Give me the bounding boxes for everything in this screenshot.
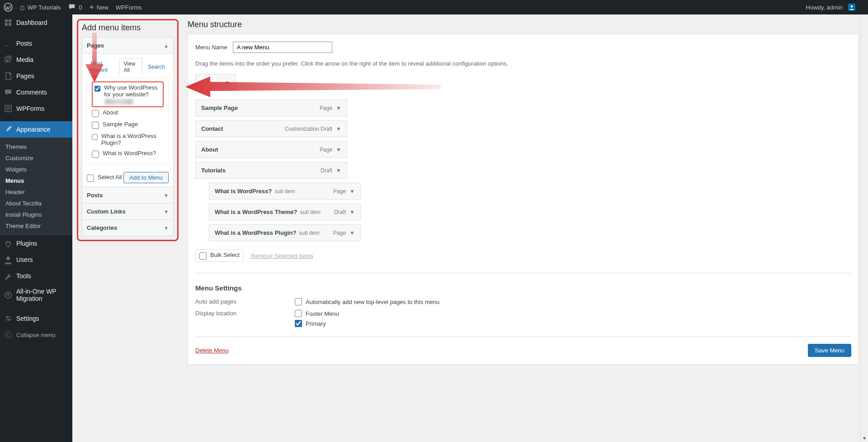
site-title-link[interactable]: WP Tutorials — [16, 0, 64, 14]
chevron-down-icon[interactable]: ▼ — [349, 230, 355, 236]
add-to-menu-button[interactable]: Add to Menu — [123, 172, 169, 183]
page-label: What is a WordPress Plugin? — [101, 133, 164, 146]
select-all-row[interactable]: Select All — [87, 174, 122, 182]
svg-point-3 — [6, 257, 10, 260]
submenu-about-teczilla[interactable]: About Teczilla — [0, 198, 72, 209]
browser-scrollbar[interactable]: ▲ ▼ — [860, 0, 868, 442]
menu-name-input[interactable] — [233, 42, 332, 53]
tab-search[interactable]: Search — [144, 62, 169, 72]
submenu-customize[interactable]: Customize — [0, 152, 72, 164]
accordion-posts-header[interactable]: Posts ▼ — [82, 187, 173, 203]
sidebar-item-label: All-in-One WP Migration — [16, 288, 69, 302]
instructions-text: Drag the items into the order you prefer… — [195, 60, 851, 67]
new-content-link[interactable]: New — [86, 0, 112, 14]
page-label: What is WordPress? — [103, 150, 156, 157]
accordion-custom-links-header[interactable]: Custom Links ▼ — [82, 203, 173, 219]
accordion-categories-label: Categories — [87, 224, 117, 231]
comments-icon — [4, 88, 13, 97]
page-checkbox-row[interactable]: What is a WordPress Plugin? — [92, 131, 164, 148]
save-menu-button[interactable]: Save Menu — [808, 344, 851, 357]
submenu-widgets[interactable]: Widgets — [0, 164, 72, 175]
location-checkbox-row[interactable]: Footer Menu — [295, 310, 339, 317]
auto-add-checkbox-label: Automatically add new top-level pages to… — [306, 299, 439, 305]
page-checkbox-row[interactable]: Sample Page — [92, 119, 164, 131]
bulk-select-checkbox[interactable] — [199, 252, 207, 260]
sidebar-item-tools[interactable]: Tools — [0, 268, 72, 284]
chevron-down-icon[interactable]: ▼ — [336, 147, 341, 153]
wpforms-link[interactable]: WPForms — [112, 0, 146, 14]
add-menu-items-heading: Add menu items — [82, 23, 174, 33]
comments-link[interactable]: 0 — [64, 0, 85, 14]
menu-settings-heading: Menu Settings — [195, 284, 851, 292]
sidebar-item-settings[interactable]: Settings — [0, 310, 72, 327]
sidebar-collapse[interactable]: Collapse menu — [0, 327, 72, 343]
wp-logo[interactable] — [0, 0, 16, 14]
sidebar-item-dashboard[interactable]: Dashboard — [0, 14, 72, 31]
page-checkbox-row[interactable]: About — [92, 107, 164, 119]
location-footer-checkbox[interactable] — [295, 310, 302, 317]
menu-item[interactable]: About Page▼ — [195, 141, 347, 158]
sidebar-item-plugins[interactable]: Plugins — [0, 235, 72, 252]
sidebar-item-wpforms[interactable]: WPForms — [0, 100, 72, 117]
howdy-label: Howdy, admin — [806, 4, 843, 11]
tab-view-all[interactable]: View All — [119, 58, 142, 76]
submenu-header[interactable]: Header — [0, 186, 72, 198]
chevron-down-icon[interactable]: ▼ — [336, 126, 341, 132]
menu-sub-item[interactable]: What is a WordPress Plugin? sub item Pag… — [209, 224, 361, 241]
sidebar-item-appearance[interactable]: Appearance — [0, 121, 72, 138]
wrench-icon — [4, 271, 13, 280]
sidebar-item-label: Plugins — [16, 240, 37, 247]
sidebar-item-migration[interactable]: All-in-One WP Migration — [0, 284, 72, 306]
page-checkbox[interactable] — [92, 110, 99, 117]
menu-sub-item[interactable]: What is WordPress? sub item Page▼ — [209, 183, 361, 200]
chevron-down-icon[interactable]: ▼ — [336, 105, 341, 111]
submenu-install-plugins[interactable]: Install Plugins — [0, 209, 72, 220]
menu-item[interactable]: Sample Page Page▼ — [195, 100, 347, 116]
auto-add-checkbox-row[interactable]: Automatically add new top-level pages to… — [295, 298, 439, 305]
location-primary-checkbox[interactable] — [295, 320, 302, 327]
auto-add-pages-label: Auto add pages — [195, 298, 295, 305]
menu-item-title: What is WordPress? sub item — [215, 188, 295, 195]
menu-settings: Menu Settings Auto add pages Automatical… — [195, 284, 851, 327]
menu-item-type: Draft — [321, 167, 332, 174]
migration-icon — [4, 290, 13, 299]
chevron-down-icon[interactable]: ▼ — [349, 188, 355, 195]
plus-icon — [90, 3, 94, 12]
bulk-select-row[interactable]: Bulk Select — [195, 249, 244, 262]
delete-menu-link[interactable]: Delete Menu — [195, 347, 229, 354]
new-label: New — [97, 4, 108, 11]
page-checkbox[interactable] — [92, 151, 99, 158]
select-all-checkbox[interactable] — [87, 175, 94, 182]
sidebar-item-posts[interactable]: Posts — [0, 35, 72, 52]
sidebar-item-media[interactable]: Media — [0, 52, 72, 68]
sidebar-item-comments[interactable]: Comments — [0, 84, 72, 100]
blurred-text — [105, 99, 133, 105]
submenu-menus[interactable]: Menus — [0, 175, 72, 186]
menu-item-title: Contact — [201, 125, 223, 132]
menu-item-title: Tutorials — [201, 167, 226, 174]
admin-bar: WP Tutorials 0 New WPForms Howdy, admin — [0, 0, 868, 14]
appearance-submenu: Themes Customize Widgets Menus Header Ab… — [0, 138, 72, 235]
menu-item[interactable]: Tutorials Draft▼ — [195, 162, 347, 179]
chevron-down-icon[interactable]: ▼ — [349, 209, 355, 215]
accordion-categories-header[interactable]: Categories ▼ — [82, 219, 173, 236]
scroll-track[interactable] — [861, 8, 868, 434]
submenu-themes[interactable]: Themes — [0, 141, 72, 152]
location-checkbox-row[interactable]: Primary — [295, 320, 339, 327]
menu-item-title: What is a WordPress Theme? sub item — [215, 209, 321, 215]
sidebar-item-pages[interactable]: Pages — [0, 68, 72, 84]
page-checkbox[interactable] — [92, 133, 98, 141]
user-account-link[interactable]: Howdy, admin — [802, 0, 859, 14]
bulk-select-label: Bulk Select — [210, 252, 240, 258]
sub-item-label: sub item — [300, 209, 321, 215]
sidebar-item-label: Collapse menu — [16, 332, 56, 338]
auto-add-checkbox[interactable] — [295, 298, 302, 305]
page-checkbox[interactable] — [92, 122, 99, 129]
scroll-down-icon[interactable]: ▼ — [861, 434, 868, 442]
chevron-down-icon[interactable]: ▼ — [336, 167, 341, 174]
submenu-theme-editor[interactable]: Theme Editor — [0, 220, 72, 232]
menu-item[interactable]: Contact Customization Draft▼ — [195, 120, 347, 137]
menu-sub-item[interactable]: What is a WordPress Theme? sub item Draf… — [209, 204, 361, 220]
sidebar-item-users[interactable]: Users — [0, 252, 72, 268]
page-checkbox-row[interactable]: What is WordPress? — [92, 148, 164, 160]
